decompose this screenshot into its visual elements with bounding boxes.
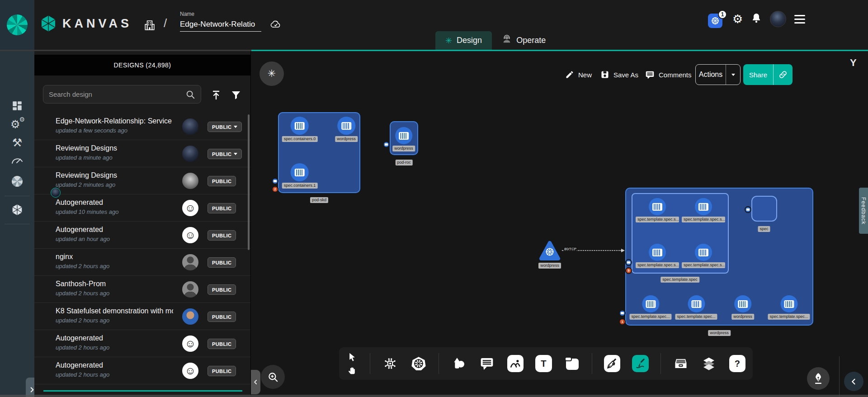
tab-operate[interactable]: Operate [492,31,556,50]
container-node[interactable]: wordpress [392,127,415,151]
design-row[interactable]: Autogeneratedupdated 10 minutes ago ☺ PU… [34,194,250,222]
tab-design[interactable]: ✳ Design [435,31,492,50]
notifications-bell-icon[interactable] [751,12,762,26]
design-row[interactable]: Autogeneratedupdated 2 hours ago ☺ PUBLI… [34,357,250,384]
template-spec-group[interactable]: spec.template.spec.s... spec.template.sp… [632,193,729,274]
kubernetes-badge-icon [625,259,632,266]
spec-node[interactable] [751,196,777,222]
error-count-badge[interactable]: 1 [619,318,626,325]
freehand-draw-tool[interactable] [632,355,648,372]
media-tool[interactable] [507,355,524,372]
sidebar-item-performance[interactable] [0,155,34,165]
select-cursor-tool[interactable] [346,351,358,363]
pen-path-tool[interactable] [604,355,620,372]
visibility-badge[interactable]: PUBLIC [208,176,236,186]
horizontal-scrollbar[interactable] [0,395,868,397]
search-icon[interactable] [185,90,195,99]
design-row[interactable]: Autogeneratedupdated 2 hours ago ☺ PUBLI… [34,330,250,357]
container-node[interactable]: spec.template.spec... [629,295,671,320]
visibility-badge[interactable]: PUBLIC [208,339,236,349]
container-node[interactable]: spec.template.spec.s... [682,244,725,268]
new-button[interactable]: New [565,64,592,85]
sidebar-item-lifecycle[interactable]: ⚙ ⚙ [0,118,34,132]
container-node[interactable]: spec.template.spec... [675,295,717,320]
dock-toggle-icon[interactable]: Y [850,57,857,69]
container-node[interactable]: spec.template.spec.s... [636,244,679,268]
deployment-group-wordpress[interactable]: spec.template.spec.s... spec.template.sp… [625,188,813,326]
container-node[interactable]: spec.containers.1 [282,163,318,189]
share-button[interactable]: Share [743,64,793,85]
kubernetes-tool[interactable] [410,355,426,372]
layers-tool[interactable] [701,355,717,372]
container-node[interactable]: wordpress [335,117,358,142]
visibility-badge[interactable]: PUBLIC [208,257,236,268]
kubernetes-context-switcher[interactable]: 1 [708,11,724,27]
pen-mode-button[interactable] [807,367,830,390]
comments-button[interactable]: Comments [645,64,692,85]
design-row[interactable]: nginxupdated 2 hours ago PUBLIC [34,249,250,276]
visibility-badge[interactable]: PUBLIC [208,203,236,213]
design-row[interactable]: Reviewing Designsupdated 2 minutes ago P… [34,167,250,194]
search-input[interactable] [49,90,185,98]
design-updated: updated a few seconds ago [56,127,173,134]
sidebar-item-kanvas[interactable] [0,204,34,216]
kubernetes-icon [544,246,555,257]
collapse-right-button[interactable] [844,372,863,391]
tab-design-label: Design [457,36,482,45]
sidebar-item-dashboard[interactable] [0,100,34,112]
pan-hand-tool[interactable] [346,364,358,376]
error-count-badge[interactable]: 2 [272,186,278,193]
service-node-wordpress[interactable]: wordpress [539,241,561,269]
user-avatar[interactable] [770,11,786,27]
import-design-icon[interactable] [211,89,222,103]
panel-scrollbar[interactable] [248,114,250,250]
pod-group-roc[interactable]: wordpress pod-roc [390,121,418,155]
caret-down-icon[interactable] [726,74,740,76]
design-row[interactable]: Autogeneratedupdated an hour ago ☺ PUBLI… [34,222,250,249]
design-row[interactable]: Reviewing Designsupdated a minute ago PU… [34,140,250,167]
whiteboard-frame-tool[interactable] [564,355,580,372]
container-icon [395,127,412,144]
drawer-tool[interactable] [673,355,689,372]
design-row[interactable]: Edge-Network-Relationship: Serviceupdate… [34,113,250,140]
kanvas-brand[interactable]: KANVAS [40,15,132,32]
container-node[interactable]: wordpress [731,295,754,320]
save-as-button[interactable]: Save As [600,64,638,85]
shapes-tool[interactable] [451,355,467,372]
container-node[interactable]: spec.template.spec.s... [636,198,679,222]
help-tool[interactable]: ? [729,355,745,372]
comment-tool[interactable] [479,355,495,372]
visibility-badge[interactable]: PUBLIC [208,312,236,322]
components-tool[interactable] [382,355,398,372]
container-node[interactable]: spec.template.spec.s... [682,198,725,222]
meshery-logo[interactable] [0,0,34,50]
panel-collapse-handle[interactable] [251,370,260,394]
sidebar-item-configuration[interactable]: ⚒ [0,137,34,148]
organization-icon[interactable] [144,19,156,33]
filter-icon[interactable] [231,90,241,102]
design-row[interactable]: Santhosh-Promupdated 2 hours ago PUBLIC [34,276,250,303]
design-title: Autogenerated [56,198,173,207]
copy-link-icon[interactable] [774,70,793,79]
design-name-input[interactable] [180,19,261,32]
zoom-in-button[interactable] [261,365,285,389]
settings-gear-icon[interactable]: ⚙ [732,13,743,25]
canvas-menu-button[interactable]: ✳ [259,61,284,86]
sidebar-item-meshery[interactable] [0,176,34,187]
feedback-tab[interactable]: Feedback [859,188,868,234]
pod-group-skd[interactable]: spec.containers.0 wordpress spec.contain… [278,112,360,193]
visibility-badge[interactable]: PUBLIC [208,284,236,295]
design-row[interactable]: K8 Statefulset demonstration with moupda… [34,303,250,330]
error-count-badge[interactable]: 5 [625,267,632,274]
hamburger-menu-icon[interactable] [794,15,805,24]
text-tool[interactable]: T [535,355,552,372]
container-node[interactable]: spec.template.spec... [768,295,810,320]
actions-button[interactable]: Actions [695,64,741,85]
visibility-badge[interactable]: PUBLIC [208,149,242,159]
header-actions: 1 ⚙ [708,11,805,27]
visibility-badge[interactable]: PUBLIC [208,230,236,241]
visibility-badge[interactable]: PUBLIC [208,122,242,132]
collaborator-avatar[interactable] [51,188,61,198]
visibility-badge[interactable]: PUBLIC [208,366,236,376]
container-node[interactable]: spec.containers.0 [282,117,318,142]
